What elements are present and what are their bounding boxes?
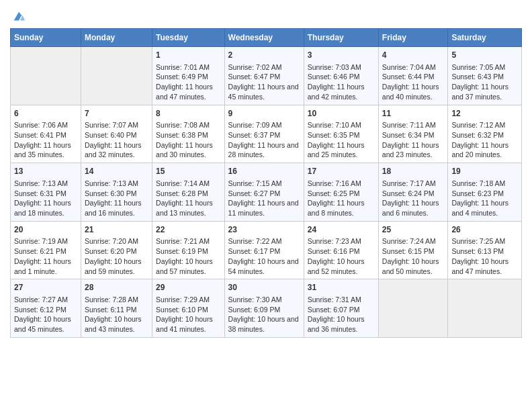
day-number: 17 (308, 166, 375, 177)
calendar-cell: 22Sunrise: 7:21 AMSunset: 6:19 PMDayligh… (152, 221, 225, 279)
day-info: Sunrise: 7:13 AM (85, 179, 148, 189)
day-info: Daylight: 11 hours and 35 minutes. (14, 140, 77, 160)
week-row-3: 13Sunrise: 7:13 AMSunset: 6:31 PMDayligh… (11, 163, 522, 222)
day-info: Daylight: 11 hours and 32 minutes. (85, 140, 148, 160)
day-info: Sunrise: 7:24 AM (382, 236, 445, 246)
calendar-cell: 14Sunrise: 7:13 AMSunset: 6:30 PMDayligh… (81, 163, 152, 222)
calendar-cell: 4Sunrise: 7:04 AMSunset: 6:44 PMDaylight… (378, 47, 448, 105)
day-info: Daylight: 11 hours and 42 minutes. (308, 82, 375, 101)
day-info: Sunset: 6:44 PM (382, 72, 445, 82)
day-info: Sunrise: 7:22 AM (228, 236, 300, 246)
day-info: Sunset: 6:43 PM (451, 72, 518, 82)
day-info: Sunrise: 7:15 AM (228, 179, 300, 189)
calendar-cell: 9Sunrise: 7:09 AMSunset: 6:37 PMDaylight… (224, 105, 304, 163)
day-info: Sunrise: 7:16 AM (308, 179, 375, 189)
day-number: 15 (156, 166, 221, 177)
day-info: Sunset: 6:46 PM (308, 72, 375, 82)
day-info: Daylight: 10 hours and 57 minutes. (156, 257, 221, 276)
day-info: Sunrise: 7:17 AM (382, 179, 445, 189)
calendar-cell: 7Sunrise: 7:07 AMSunset: 6:40 PMDaylight… (81, 105, 152, 163)
header-day-tuesday: Tuesday (152, 29, 225, 47)
day-info: Sunset: 6:12 PM (14, 305, 77, 315)
calendar-cell: 29Sunrise: 7:29 AMSunset: 6:10 PMDayligh… (152, 279, 225, 338)
calendar-cell (81, 47, 152, 105)
day-info: Daylight: 11 hours and 8 minutes. (308, 198, 375, 218)
day-info: Daylight: 11 hours and 11 minutes. (228, 198, 300, 218)
day-info: Sunrise: 7:21 AM (156, 236, 221, 246)
day-info: Sunset: 6:20 PM (85, 246, 148, 257)
day-number: 24 (308, 224, 375, 236)
day-number: 20 (14, 224, 77, 236)
calendar-cell: 5Sunrise: 7:05 AMSunset: 6:43 PMDaylight… (448, 47, 522, 105)
day-info: Sunset: 6:19 PM (156, 246, 221, 257)
day-number: 31 (308, 282, 375, 293)
day-info: Sunset: 6:27 PM (228, 189, 300, 199)
day-number: 28 (85, 282, 148, 293)
day-number: 2 (228, 50, 300, 61)
day-number: 1 (156, 50, 221, 61)
calendar-table: SundayMondayTuesdayWednesdayThursdayFrid… (10, 28, 522, 338)
day-info: Daylight: 10 hours and 50 minutes. (382, 257, 445, 276)
day-info: Sunset: 6:16 PM (308, 246, 375, 257)
day-number: 10 (308, 108, 375, 120)
calendar-cell: 18Sunrise: 7:17 AMSunset: 6:24 PMDayligh… (378, 163, 448, 222)
day-info: Daylight: 11 hours and 1 minute. (14, 257, 77, 276)
header-day-thursday: Thursday (304, 29, 378, 47)
day-info: Sunset: 6:10 PM (156, 305, 221, 315)
day-info: Sunrise: 7:14 AM (156, 179, 221, 189)
calendar-cell: 19Sunrise: 7:18 AMSunset: 6:23 PMDayligh… (448, 163, 522, 222)
day-info: Daylight: 11 hours and 4 minutes. (451, 198, 518, 218)
day-number: 29 (156, 282, 221, 293)
day-info: Sunset: 6:35 PM (308, 130, 375, 140)
day-info: Sunrise: 7:03 AM (308, 62, 375, 73)
calendar-cell (378, 279, 448, 338)
day-number: 6 (14, 108, 77, 120)
day-number: 18 (382, 166, 445, 177)
calendar-cell: 16Sunrise: 7:15 AMSunset: 6:27 PMDayligh… (224, 163, 304, 222)
calendar-cell (448, 279, 522, 338)
day-info: Sunset: 6:23 PM (451, 189, 518, 199)
day-info: Daylight: 10 hours and 45 minutes. (14, 314, 77, 334)
day-info: Sunset: 6:38 PM (156, 130, 221, 140)
day-info: Sunset: 6:49 PM (156, 72, 221, 82)
calendar-cell: 11Sunrise: 7:11 AMSunset: 6:34 PMDayligh… (378, 105, 448, 163)
day-info: Sunrise: 7:10 AM (308, 120, 375, 130)
week-row-4: 20Sunrise: 7:19 AMSunset: 6:21 PMDayligh… (11, 221, 522, 279)
day-info: Sunset: 6:40 PM (85, 130, 148, 140)
calendar-cell: 27Sunrise: 7:27 AMSunset: 6:12 PMDayligh… (11, 279, 81, 338)
day-info: Sunset: 6:11 PM (85, 305, 148, 315)
calendar-cell (11, 47, 81, 105)
calendar-cell: 21Sunrise: 7:20 AMSunset: 6:20 PMDayligh… (81, 221, 152, 279)
calendar-cell: 8Sunrise: 7:08 AMSunset: 6:38 PMDaylight… (152, 105, 225, 163)
calendar-cell: 17Sunrise: 7:16 AMSunset: 6:25 PMDayligh… (304, 163, 378, 222)
day-info: Daylight: 10 hours and 52 minutes. (308, 257, 375, 276)
day-number: 9 (228, 108, 300, 120)
day-info: Daylight: 11 hours and 20 minutes. (451, 140, 518, 160)
day-info: Sunset: 6:24 PM (382, 189, 445, 199)
day-info: Daylight: 11 hours and 16 minutes. (85, 198, 148, 218)
day-info: Sunset: 6:47 PM (228, 72, 300, 82)
day-info: Sunset: 6:21 PM (14, 246, 77, 257)
day-info: Sunrise: 7:19 AM (14, 236, 77, 246)
calendar-cell: 1Sunrise: 7:01 AMSunset: 6:49 PMDaylight… (152, 47, 225, 105)
day-number: 19 (451, 166, 518, 177)
day-info: Sunset: 6:15 PM (382, 246, 445, 257)
day-info: Sunrise: 7:31 AM (308, 295, 375, 305)
day-info: Daylight: 10 hours and 43 minutes. (85, 314, 148, 334)
calendar-cell: 30Sunrise: 7:30 AMSunset: 6:09 PMDayligh… (224, 279, 304, 338)
day-info: Daylight: 10 hours and 59 minutes. (85, 257, 148, 276)
page-header (10, 7, 522, 24)
week-row-2: 6Sunrise: 7:06 AMSunset: 6:41 PMDaylight… (11, 105, 522, 163)
day-info: Daylight: 11 hours and 18 minutes. (14, 198, 77, 218)
header-day-sunday: Sunday (11, 29, 81, 47)
day-number: 13 (14, 166, 77, 177)
week-row-5: 27Sunrise: 7:27 AMSunset: 6:12 PMDayligh… (11, 279, 522, 338)
day-info: Daylight: 11 hours and 40 minutes. (382, 82, 445, 101)
day-number: 26 (451, 224, 518, 236)
day-info: Sunset: 6:31 PM (14, 189, 77, 199)
day-number: 14 (85, 166, 148, 177)
calendar-cell: 25Sunrise: 7:24 AMSunset: 6:15 PMDayligh… (378, 221, 448, 279)
header-day-friday: Friday (378, 29, 448, 47)
day-number: 21 (85, 224, 148, 236)
logo (10, 9, 26, 24)
